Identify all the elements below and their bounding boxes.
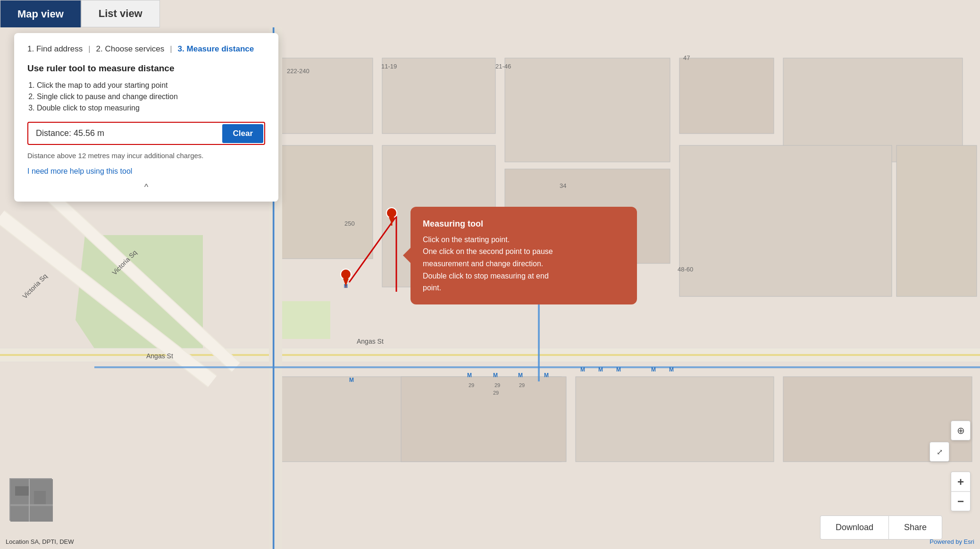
tooltip-line-5: point. (423, 282, 625, 294)
svg-marker-32 (389, 217, 394, 224)
svg-rect-14 (401, 377, 566, 462)
expand-button[interactable]: ⤢ (930, 442, 949, 462)
clear-button[interactable]: Clear (222, 124, 263, 143)
attribution-right: Powered by Esri (930, 538, 974, 545)
sep2: | (170, 44, 172, 54)
distance-input[interactable] (29, 124, 222, 143)
m-label-3: M (467, 372, 472, 379)
measuring-tooltip: Measuring tool Click on the starting poi… (410, 207, 637, 304)
m-label-8: M (598, 366, 603, 373)
instruction-3: Double click to stop measuring (37, 104, 265, 112)
zoom-in-button[interactable]: + (951, 472, 971, 491)
sep1: | (88, 44, 90, 54)
compass-control[interactable]: ⊕ (951, 421, 971, 440)
svg-rect-19 (0, 354, 980, 356)
svg-rect-3 (278, 58, 373, 134)
num-29-4: 29 (493, 390, 499, 396)
pin-lower: M (339, 268, 353, 288)
m-label-2: M (349, 377, 354, 383)
distance-note: Distance above 12 metres may incur addit… (27, 152, 265, 160)
step2-label: 2. Choose services (96, 44, 165, 54)
attribution-left: Location SA, DPTI, DEW (6, 538, 74, 545)
m-label-6: M (544, 372, 549, 379)
svg-rect-6 (679, 58, 774, 134)
expand-icon: ⤢ (937, 448, 943, 456)
svg-rect-5 (505, 58, 670, 162)
num-29-2: 29 (494, 382, 500, 388)
svg-rect-27 (94, 366, 980, 368)
tab-list-view[interactable]: List view (81, 0, 160, 27)
instruction-2: Single click to pause and change directi… (37, 93, 265, 101)
tab-list-view-label: List view (99, 8, 142, 20)
step3-label: 3. Measure distance (178, 44, 254, 54)
pin-upper (385, 207, 399, 226)
bottom-bar: Download Share (820, 515, 942, 540)
svg-rect-36 (15, 486, 29, 496)
m-label-10: M (651, 366, 656, 373)
tab-map-view-label: Map view (17, 8, 64, 20)
svg-rect-15 (576, 377, 774, 462)
help-link[interactable]: I need more help using this tool (27, 167, 132, 175)
m-label-4: M (493, 372, 498, 379)
share-button[interactable]: Share (888, 515, 942, 540)
measure-panel: 1. Find address | 2. Choose services | 3… (14, 33, 278, 202)
panel-instructions: Click the map to add your starting point… (27, 81, 265, 112)
num-29-1: 29 (469, 382, 474, 388)
svg-rect-4 (382, 58, 495, 134)
m-label-5: M (518, 372, 523, 379)
m-label-11: M (669, 366, 674, 373)
m-label-7: M (580, 366, 585, 373)
tooltip-line-3: measurement and change direction. (423, 258, 625, 270)
tooltip-line-2: One click on the second point to pause (423, 245, 625, 258)
tooltip-title: Measuring tool (423, 217, 625, 231)
instruction-1: Click the map to add your starting point (37, 81, 265, 90)
download-button[interactable]: Download (820, 515, 888, 540)
tabs-bar: Map view List view (0, 0, 160, 27)
svg-rect-11 (679, 145, 892, 296)
tab-map-view[interactable]: Map view (0, 0, 81, 27)
svg-point-33 (341, 269, 351, 279)
distance-row: Clear (27, 122, 265, 145)
svg-rect-12 (896, 145, 977, 296)
step1-label: 1. Find address (27, 44, 83, 54)
svg-rect-35 (10, 479, 53, 522)
zoom-out-button[interactable]: − (951, 491, 971, 511)
svg-rect-8 (278, 145, 373, 259)
svg-rect-37 (34, 491, 46, 505)
panel-title: Use ruler tool to measure distance (27, 63, 265, 74)
panel-steps: 1. Find address | 2. Choose services | 3… (27, 44, 265, 54)
num-29-3: 29 (519, 382, 525, 388)
panel-collapse[interactable]: ^ (27, 182, 265, 192)
compass-icon: ⊕ (957, 425, 965, 436)
tooltip-line-1: Click on the starting point. (423, 234, 625, 246)
mini-map (9, 478, 52, 521)
tooltip-line-4: Double click to stop measuring at end (423, 270, 625, 282)
m-label-9: M (616, 366, 621, 373)
zoom-controls: + − (951, 472, 971, 511)
svg-point-31 (386, 208, 397, 218)
